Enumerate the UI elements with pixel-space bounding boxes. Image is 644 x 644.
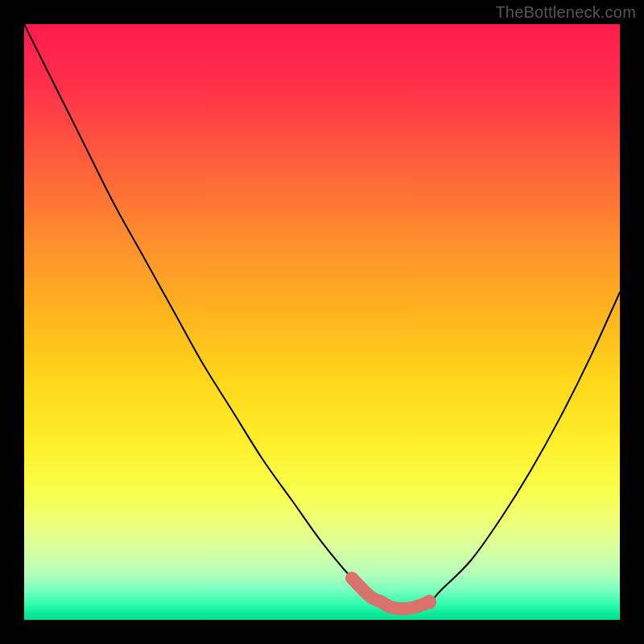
highlight-end-dot	[422, 595, 436, 609]
plot-area	[24, 24, 620, 620]
watermark-text: TheBottleneck.com	[495, 3, 636, 22]
chart-frame: TheBottleneck.com	[0, 0, 644, 644]
highlight-segment	[352, 578, 429, 609]
bottleneck-curve	[24, 24, 620, 609]
bottleneck-curve-svg	[24, 24, 620, 620]
